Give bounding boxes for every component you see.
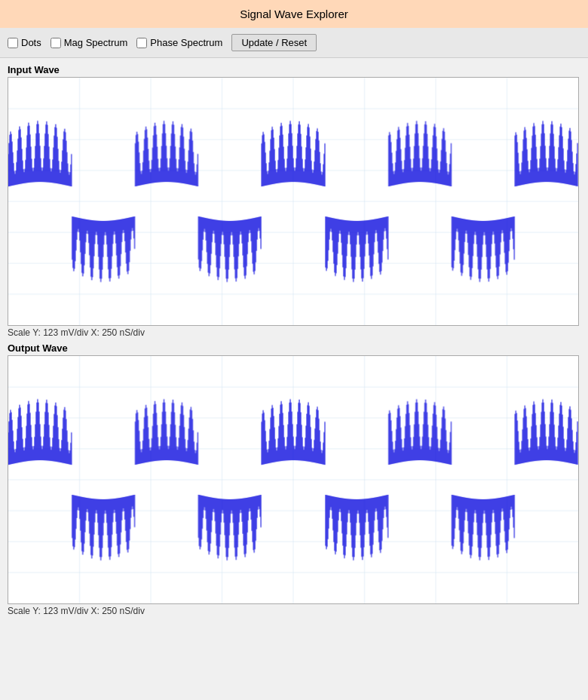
mag-spectrum-checkbox[interactable] [51, 38, 61, 48]
input-wave-canvas [8, 78, 578, 325]
phase-spectrum-label: Phase Spectrum [150, 37, 222, 48]
input-wave-container [8, 77, 579, 326]
mag-spectrum-label: Mag Spectrum [64, 37, 128, 48]
output-wave-section: Output Wave Scale Y: 123 mV/div X: 250 n… [8, 342, 580, 616]
output-wave-scale: Scale Y: 123 mV/div X: 250 nS/div [8, 606, 580, 616]
mag-spectrum-checkbox-label[interactable]: Mag Spectrum [51, 37, 128, 48]
phase-spectrum-checkbox-label[interactable]: Phase Spectrum [136, 37, 222, 48]
output-wave-canvas [8, 356, 578, 603]
output-wave-label: Output Wave [8, 342, 580, 354]
title-bar: Signal Wave Explorer [0, 0, 588, 28]
app-title: Signal Wave Explorer [240, 8, 348, 20]
input-wave-section: Input Wave Scale Y: 123 mV/div X: 250 nS… [8, 64, 580, 338]
dots-checkbox-label[interactable]: Dots [8, 37, 41, 48]
input-wave-label: Input Wave [8, 64, 580, 75]
input-wave-scale: Scale Y: 123 mV/div X: 250 nS/div [8, 327, 580, 338]
main-content: Input Wave Scale Y: 123 mV/div X: 250 nS… [0, 58, 588, 616]
dots-label: Dots [21, 37, 41, 48]
dots-checkbox[interactable] [8, 38, 18, 48]
phase-spectrum-checkbox[interactable] [136, 38, 147, 48]
toolbar: Dots Mag Spectrum Phase Spectrum Update … [0, 28, 588, 58]
update-reset-button[interactable]: Update / Reset [231, 34, 317, 51]
output-wave-container [8, 355, 579, 604]
